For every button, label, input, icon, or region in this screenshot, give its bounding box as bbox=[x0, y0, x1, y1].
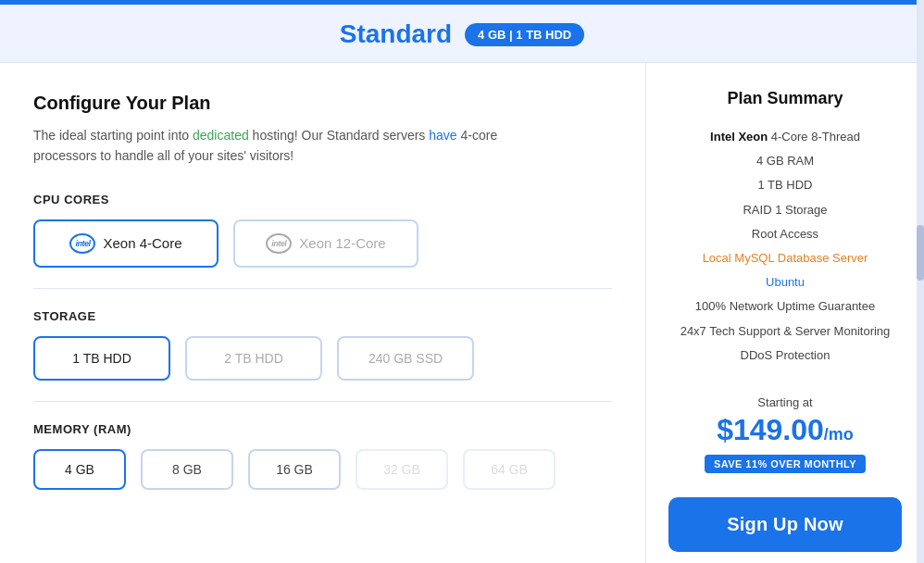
ram-option-4gb[interactable]: 4 GB bbox=[33, 449, 126, 490]
scrollbar-thumb[interactable] bbox=[917, 225, 924, 281]
signup-button[interactable]: Sign Up Now bbox=[668, 497, 902, 552]
storage-option-group: 1 TB HDD 2 TB HDD 240 GB SSD bbox=[33, 336, 612, 381]
storage-label-2tb: 2 TB HDD bbox=[224, 351, 283, 366]
starting-at-label: Starting at bbox=[757, 395, 812, 409]
ram-option-64gb[interactable]: 64 GB bbox=[463, 449, 556, 490]
divider-2 bbox=[33, 401, 612, 402]
summary-item-cpu: Intel Xeon 4-Core 8-Thread bbox=[668, 125, 902, 149]
config-panel: Configure Your Plan The ideal starting p… bbox=[0, 63, 646, 563]
cpu-option-12core[interactable]: intel Xeon 12-Core bbox=[233, 219, 418, 268]
summary-list: Intel Xeon 4-Core 8-Thread 4 GB RAM 1 TB… bbox=[668, 125, 902, 368]
summary-title: Plan Summary bbox=[727, 89, 843, 108]
cpu-option-4core[interactable]: intel Xeon 4-Core bbox=[33, 219, 219, 268]
price-display: $149.00/mo bbox=[717, 413, 854, 447]
cpu-option-group: intel Xeon 4-Core intel Xeon 12-Core bbox=[33, 219, 612, 268]
summary-item-root: Root Access bbox=[668, 222, 902, 246]
intel-logo-4core: intel bbox=[69, 233, 95, 254]
summary-item-raid: RAID 1 Storage bbox=[668, 198, 902, 222]
summary-item-ddos: DDoS Protection bbox=[668, 344, 902, 368]
ram-label-8gb: 8 GB bbox=[172, 462, 202, 477]
summary-item-ubuntu: Ubuntu bbox=[668, 270, 902, 294]
ram-label-4gb: 4 GB bbox=[65, 462, 94, 477]
ram-option-32gb[interactable]: 32 GB bbox=[356, 449, 448, 490]
cpu-section-label: CPU CORES bbox=[33, 193, 612, 206]
summary-panel: Plan Summary Intel Xeon 4-Core 8-Thread … bbox=[646, 63, 924, 563]
summary-item-ram: 4 GB RAM bbox=[668, 149, 902, 173]
summary-item-uptime: 100% Network Uptime Guarantee bbox=[668, 294, 902, 319]
storage-label-240ssd: 240 GB SSD bbox=[368, 351, 443, 366]
ram-option-16gb[interactable]: 16 GB bbox=[248, 449, 341, 490]
divider-1 bbox=[33, 288, 612, 289]
summary-item-support: 24x7 Tech Support & Server Monitoring bbox=[668, 319, 902, 344]
storage-option-1tb[interactable]: 1 TB HDD bbox=[33, 336, 170, 381]
ram-option-group: 4 GB 8 GB 16 GB 32 GB 64 GB bbox=[33, 449, 612, 490]
price-value: $149.00 bbox=[717, 413, 824, 446]
storage-section-label: STORAGE bbox=[33, 309, 612, 323]
storage-label-1tb: 1 TB HDD bbox=[72, 351, 131, 366]
ram-section-label: MEMORY (RAM) bbox=[33, 422, 612, 436]
ram-option-8gb[interactable]: 8 GB bbox=[141, 449, 233, 490]
price-per-mo: /mo bbox=[824, 425, 854, 444]
storage-option-240ssd[interactable]: 240 GB SSD bbox=[337, 336, 474, 381]
ram-label-32gb: 32 GB bbox=[383, 462, 420, 477]
config-title: Configure Your Plan bbox=[33, 93, 612, 114]
cpu-label-4core: Xeon 4-Core bbox=[103, 235, 181, 251]
ram-label-16gb: 16 GB bbox=[276, 462, 313, 477]
plan-badge: 4 GB | 1 TB HDD bbox=[465, 23, 584, 46]
intel-logo-12core: intel bbox=[266, 233, 292, 254]
storage-option-2tb[interactable]: 2 TB HDD bbox=[185, 336, 322, 381]
config-description: The ideal starting point into dedicated … bbox=[33, 125, 552, 167]
save-badge: SAVE 11% OVER MONTHLY bbox=[705, 455, 866, 473]
header: Standard 4 GB | 1 TB HDD bbox=[0, 5, 924, 63]
main-layout: Configure Your Plan The ideal starting p… bbox=[0, 63, 924, 563]
summary-item-storage: 1 TB HDD bbox=[668, 173, 902, 197]
scrollbar[interactable] bbox=[917, 0, 924, 563]
cpu-label-12core: Xeon 12-Core bbox=[299, 235, 385, 251]
summary-item-mysql: Local MySQL Database Server bbox=[668, 246, 902, 270]
ram-label-64gb: 64 GB bbox=[491, 462, 528, 477]
plan-title: Standard bbox=[340, 19, 452, 49]
